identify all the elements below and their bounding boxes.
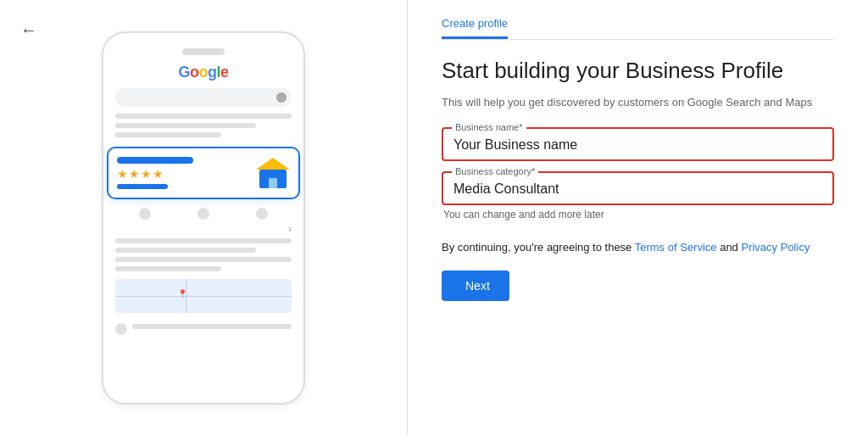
- phone-illustration: Google ★★★★: [102, 31, 305, 404]
- business-name-field[interactable]: Business name* Your Business name: [442, 127, 834, 161]
- star-rating: ★★★★: [117, 167, 193, 181]
- phone-map: 📍: [115, 279, 292, 313]
- business-category-value[interactable]: Media Consultant: [453, 180, 822, 197]
- phone-nav: [115, 208, 292, 220]
- page-subtext: This will help you get discovered by cus…: [442, 94, 834, 111]
- map-pin-icon: 📍: [177, 289, 187, 298]
- business-card: ★★★★: [107, 147, 301, 199]
- phone-chevron: ›: [115, 223, 292, 235]
- terms-of-service-link[interactable]: Terms of Service: [635, 241, 717, 254]
- google-logo: Google: [178, 64, 228, 81]
- business-category-label: Business category*: [452, 166, 538, 176]
- page-title: Start building your Business Profile: [442, 57, 834, 86]
- phone-notch: [182, 48, 225, 55]
- business-name-value[interactable]: Your Business name: [453, 136, 822, 153]
- category-helper-text: You can change and add more later: [442, 209, 834, 220]
- back-button[interactable]: ←: [20, 20, 37, 40]
- phone-search-bar: [115, 88, 292, 107]
- phone-search-icon: [276, 92, 287, 103]
- right-panel: Create profile Start building your Busin…: [408, 0, 868, 435]
- business-category-field[interactable]: Business category* Media Consultant: [442, 171, 834, 205]
- business-name-group: Business name* Your Business name: [442, 127, 834, 161]
- next-button[interactable]: Next: [442, 270, 509, 301]
- tab-create-profile[interactable]: Create profile: [442, 17, 508, 39]
- left-panel: ← Google ★★★★: [0, 0, 407, 435]
- business-category-group: Business category* Media Consultant You …: [442, 171, 834, 220]
- store-icon: [256, 158, 290, 188]
- tab-bar: Create profile: [442, 17, 834, 40]
- phone-clock-icon: [115, 323, 127, 335]
- phone-content-lines: [115, 114, 292, 142]
- terms-text: By continuing, you're agreeing to these …: [442, 239, 834, 257]
- privacy-policy-link[interactable]: Privacy Policy: [741, 241, 810, 254]
- business-name-label: Business name*: [452, 122, 526, 132]
